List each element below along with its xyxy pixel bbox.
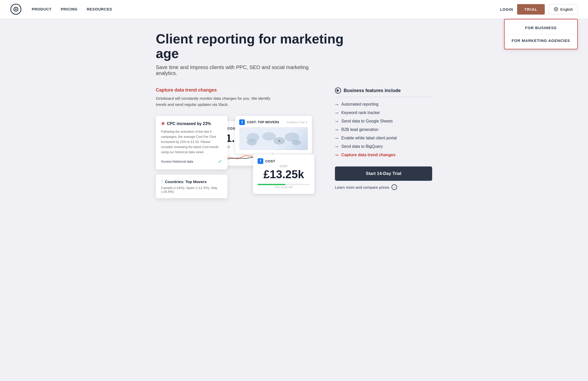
cost-bar: 53% of £25,000	[258, 184, 310, 189]
countries-title: ↑ Countries: Top Movers	[161, 179, 222, 184]
dropdown-business[interactable]: FOR BUSINESS	[505, 21, 577, 34]
feature-label-6: Capture data trend changes	[341, 153, 396, 157]
check-icon-5: ⇁	[335, 144, 338, 149]
feature-automated-reporting: ⇁ Automated reporting	[335, 102, 432, 107]
feature-label-5: Send data to BigQuery	[341, 144, 383, 149]
spark-icon: ✳	[161, 121, 165, 127]
top-movers-meta: fx Metrics: Cost ▼	[287, 121, 308, 124]
cost-card-label: COST	[265, 159, 275, 163]
check-icon-1: ⇁	[335, 110, 338, 115]
trial-dropdown: FOR BUSINESS FOR MARKETING AGENCIES	[504, 19, 578, 49]
top-movers-card: f COST: TOP MOVERS fx Metrics: Cost ▼	[235, 116, 312, 154]
feature-google-sheets: ⇁ Send data to Google Sheets	[335, 119, 432, 124]
svg-point-14	[278, 140, 280, 142]
english-label: English	[560, 7, 573, 12]
navbar: PRODUCT PRICING RESOURCES LOGIN TRIAL En…	[0, 0, 588, 18]
dropdown-agencies[interactable]: FOR MARKETING AGENCIES	[505, 34, 577, 47]
arrow-up-icon: ↑	[161, 179, 163, 184]
check-icon-3: ⇁	[335, 127, 338, 132]
svg-point-9	[247, 139, 257, 145]
svg-marker-15	[337, 89, 339, 92]
globe-icon	[554, 7, 558, 12]
countries-card: ↑ Countries: Top Movers Canada (+14%), S…	[156, 175, 227, 198]
feature-label-3: B2B lead generation	[341, 127, 378, 132]
check-icon-0: ⇁	[335, 102, 338, 107]
feature-keyword-rank: ⇁ Keyword rank tracker	[335, 110, 432, 115]
learn-more-text: Learn more and compare prices	[335, 185, 389, 189]
svg-point-13	[292, 140, 301, 145]
circle-arrow-icon: →	[391, 184, 397, 190]
cards-area: ✳ CPC increased by 23% Following the act…	[156, 116, 320, 213]
feature-label-4: Enable white label client portal	[341, 136, 397, 140]
cost-card: f COST COST £13.25k 53% of £25,000	[253, 154, 314, 194]
check-icon-2: ⇁	[335, 119, 338, 124]
feature-label-2: Send data to Google Sheets	[341, 119, 393, 124]
cpc-card-body: Following the activation of the last 4 c…	[161, 129, 222, 155]
top-movers-label: COST: TOP MOVERS	[247, 120, 279, 124]
feature-white-label: ⇁ Enable white label client portal	[335, 136, 432, 140]
cost-bar-bg	[258, 184, 310, 185]
facebook-icon: f	[239, 119, 245, 125]
content-row: Capture data trend changes Octoboard wil…	[156, 87, 432, 213]
nav-links: PRODUCT PRICING RESOURCES	[32, 7, 112, 12]
cost-value: £13.25k	[258, 168, 310, 181]
cost-sub-label: COST	[258, 165, 310, 168]
logo[interactable]	[10, 4, 21, 15]
cost-bar-fill	[258, 184, 285, 185]
capture-desc: Octoboard will constantly monitor data c…	[156, 95, 274, 108]
features-title: Business features include	[335, 87, 432, 94]
cpc-card-title: ✳ CPC increased by 23%	[161, 121, 222, 127]
main-content: Client reporting for marketing age Save …	[140, 18, 448, 228]
hero-title: Client reporting for marketing age	[156, 32, 355, 61]
play-icon	[335, 87, 341, 94]
feature-label-1: Keyword rank tracker	[341, 110, 380, 115]
cpc-notification-card: ✳ CPC increased by 23% Following the act…	[156, 116, 227, 170]
nav-right: LOGIN TRIAL English FOR BUSINESS FOR MAR…	[500, 4, 578, 15]
feature-label-0: Automated reporting	[341, 102, 378, 107]
svg-point-2	[15, 8, 17, 10]
learn-more-link[interactable]: Learn more and compare prices →	[335, 184, 432, 190]
left-column: Capture data trend changes Octoboard wil…	[156, 87, 320, 213]
cpc-card-link[interactable]: Access historical data ✓	[161, 158, 222, 164]
top-movers-header: f COST: TOP MOVERS fx Metrics: Cost ▼	[239, 119, 308, 125]
cost-card-header: f COST	[258, 158, 310, 164]
feature-b2b-lead: ⇁ B2B lead generation	[335, 127, 432, 132]
hero-subtitle: Save time and Impress clients with PPC, …	[156, 64, 330, 76]
top-movers-title-row: f COST: TOP MOVERS	[239, 119, 279, 125]
feature-list: ⇁ Automated reporting ⇁ Keyword rank tra…	[335, 102, 432, 157]
trial-button[interactable]: TRIAL	[517, 4, 545, 15]
world-map	[239, 127, 308, 150]
nav-product[interactable]: PRODUCT	[32, 7, 51, 11]
svg-point-10	[262, 132, 276, 140]
login-link[interactable]: LOGIN	[500, 7, 513, 12]
check-icon-4: ⇁	[335, 136, 338, 140]
english-button[interactable]: English	[549, 4, 578, 14]
check-icon-6: ⇁	[335, 152, 338, 157]
checkmark-icon: ✓	[218, 158, 222, 164]
countries-body: Canada (+14%), Spain (+12.3%), Italy (-1…	[161, 186, 222, 194]
fb-cost-icon: f	[258, 158, 263, 164]
feature-bigquery: ⇁ Send data to BigQuery	[335, 144, 432, 149]
features-divider	[335, 97, 432, 97]
start-trial-button[interactable]: Start 14-Day Trial	[335, 166, 432, 181]
nav-resources[interactable]: RESOURCES	[87, 7, 112, 11]
feature-capture-trend: ⇁ Capture data trend changes	[335, 152, 432, 157]
capture-title: Capture data trend changes	[156, 87, 320, 93]
nav-pricing[interactable]: PRICING	[61, 7, 78, 11]
right-column: Business features include ⇁ Automated re…	[335, 87, 432, 190]
cost-bar-label: 53% of £25,000	[258, 186, 310, 189]
